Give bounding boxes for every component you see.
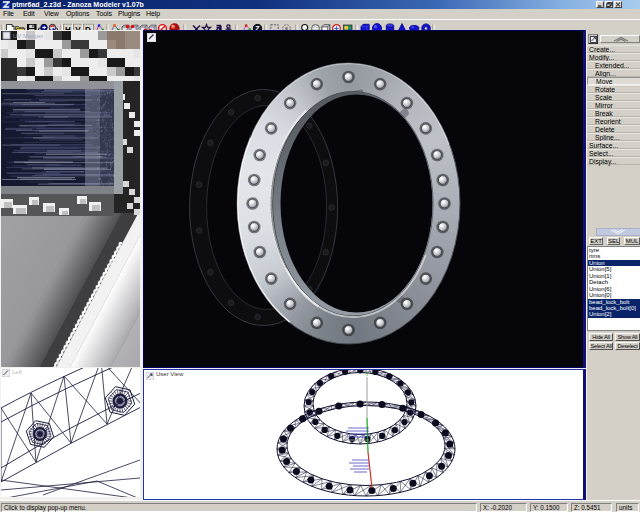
svg-text:Y: Y (365, 371, 369, 377)
svg-text:UV Mapper: UV Mapper (13, 33, 43, 39)
